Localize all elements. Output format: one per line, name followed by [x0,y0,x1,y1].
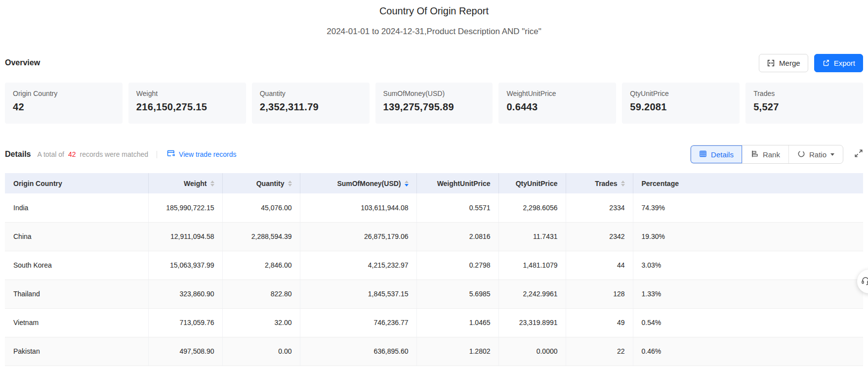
cell-qty-unit-price: 23,319.8991 [498,308,566,337]
sort-icons[interactable] [210,181,214,186]
cell-percentage: 0.54% [633,308,863,337]
cell-trades: 2342 [566,222,633,251]
cell-weight-unit-price: 2.0816 [416,222,498,251]
cell-country: China [5,222,148,251]
page-subtitle: 2024-01-01 to 2024-12-31,Product Descrip… [0,26,868,38]
stat-card-label: Trades [753,89,855,98]
table-icon [699,150,707,159]
cell-qty-unit-price: 2,242.9961 [498,279,566,308]
cell-quantity: 822.80 [222,279,300,308]
cell-sum: 1,845,537.15 [300,279,416,308]
stat-card-label: QtyUnitPrice [630,89,732,98]
stat-card-qty-unit-price: QtyUnitPrice 59.2081 [622,83,740,124]
stat-card-weight-unit-price: WeightUnitPrice 0.6443 [498,83,616,124]
divider [157,151,157,158]
cell-sum: 103,611,944.08 [300,193,416,222]
cell-weight: 497,508.90 [148,337,222,366]
cell-country: Pakistan [5,337,148,366]
table-row: Vietnam 713,059.76 32.00 746,236.77 1.04… [5,308,863,337]
cell-percentage: 3.03% [633,251,863,279]
cell-sum: 26,875,179.06 [300,222,416,251]
details-section-title: Details [5,150,31,159]
cell-quantity: 2,288,594.39 [222,222,300,251]
column-header-sum-of-money[interactable]: SumOfMoney(USD) [300,173,416,193]
table-row: India 185,990,722.15 45,076.00 103,611,9… [5,193,863,222]
column-header-qty-unit-price: QtyUnitPrice [498,173,566,193]
tab-rank-label: Rank [763,150,780,159]
cell-sum: 746,236.77 [300,308,416,337]
headset-icon [861,276,868,287]
view-trade-records-label: View trade records [179,150,236,158]
cell-weight: 713,059.76 [148,308,222,337]
stat-card-value: 139,275,795.89 [383,101,485,113]
cell-qty-unit-price: 0.0000 [498,337,566,366]
cell-qty-unit-price: 11.7431 [498,222,566,251]
stat-card-quantity: Quantity 2,352,311.79 [252,83,370,124]
cell-percentage: 1.33% [633,279,863,308]
cell-trades: 2334 [566,193,633,222]
stat-card-value: 42 [13,101,115,113]
stat-card-label: Weight [136,89,238,98]
cell-quantity: 2,846.00 [222,251,300,279]
stat-card-value: 59.2081 [630,101,732,113]
stat-card-label: SumOfMoney(USD) [383,89,485,98]
cell-country: Thailand [5,279,148,308]
tab-details[interactable]: Details [691,145,742,163]
sort-icons-active-desc[interactable] [405,181,409,186]
stat-card-label: Quantity [260,89,362,98]
cell-qty-unit-price: 2,298.6056 [498,193,566,222]
matched-suffix: records were matched [80,150,149,158]
details-table: Origin Country Weight Quantity SumOfMone… [5,173,863,366]
stat-card-origin-country: Origin Country 42 [5,83,123,124]
trade-records-icon [167,150,175,159]
column-header-origin-country: Origin Country [5,173,148,193]
column-header-weight[interactable]: Weight [148,173,222,193]
cell-weight-unit-price: 5.6985 [416,279,498,308]
overview-section-title: Overview [5,58,40,67]
stat-card-value: 5,527 [753,101,855,113]
export-button[interactable]: Export [814,54,863,72]
cell-percentage: 74.39% [633,193,863,222]
cell-weight: 185,990,722.15 [148,193,222,222]
cell-sum: 4,215,232.97 [300,251,416,279]
sort-icons[interactable] [288,181,292,186]
merge-cells-icon [767,59,775,67]
tab-ratio-label: Ratio [809,150,827,159]
cell-quantity: 32.00 [222,308,300,337]
table-row: South Korea 15,063,937.99 2,846.00 4,215… [5,251,863,279]
tab-rank[interactable]: Rank [742,145,788,163]
table-row: Pakistan 497,508.90 0.00 636,895.60 1.28… [5,337,863,366]
cell-quantity: 0.00 [222,337,300,366]
table-header-row: Origin Country Weight Quantity SumOfMone… [5,173,863,193]
view-mode-switch: Details Rank Ratio [690,145,843,164]
cell-country: South Korea [5,251,148,279]
column-header-quantity[interactable]: Quantity [222,173,300,193]
cell-weight-unit-price: 1.0465 [416,308,498,337]
export-button-label: Export [834,59,855,67]
column-header-weight-unit-price: WeightUnitPrice [416,173,498,193]
tab-ratio[interactable]: Ratio [788,145,843,163]
view-trade-records-link[interactable]: View trade records [167,150,236,159]
cell-weight-unit-price: 1.2802 [416,337,498,366]
cell-percentage: 19.30% [633,222,863,251]
stat-card-sum-of-money: SumOfMoney(USD) 139,275,795.89 [375,83,493,124]
stat-card-weight: Weight 216,150,275.15 [128,83,246,124]
cell-sum: 636,895.60 [300,337,416,366]
tab-details-label: Details [711,150,734,159]
cell-percentage: 0.46% [633,337,863,366]
rank-icon [751,150,759,159]
column-header-trades[interactable]: Trades [566,173,633,193]
cell-quantity: 45,076.00 [222,193,300,222]
cell-weight-unit-price: 0.2798 [416,251,498,279]
cell-trades: 22 [566,337,633,366]
stat-card-value: 0.6443 [506,101,608,113]
matched-count: 42 [67,150,78,158]
merge-button[interactable]: Merge [759,54,808,72]
matched-prefix: A total of [37,150,64,158]
table-row: Thailand 323,860.90 822.80 1,845,537.15 … [5,279,863,308]
sort-icons[interactable] [621,181,625,186]
cell-country: India [5,193,148,222]
stat-card-value: 2,352,311.79 [260,101,362,113]
fullscreen-button[interactable] [854,149,863,160]
merge-button-label: Merge [779,59,800,67]
